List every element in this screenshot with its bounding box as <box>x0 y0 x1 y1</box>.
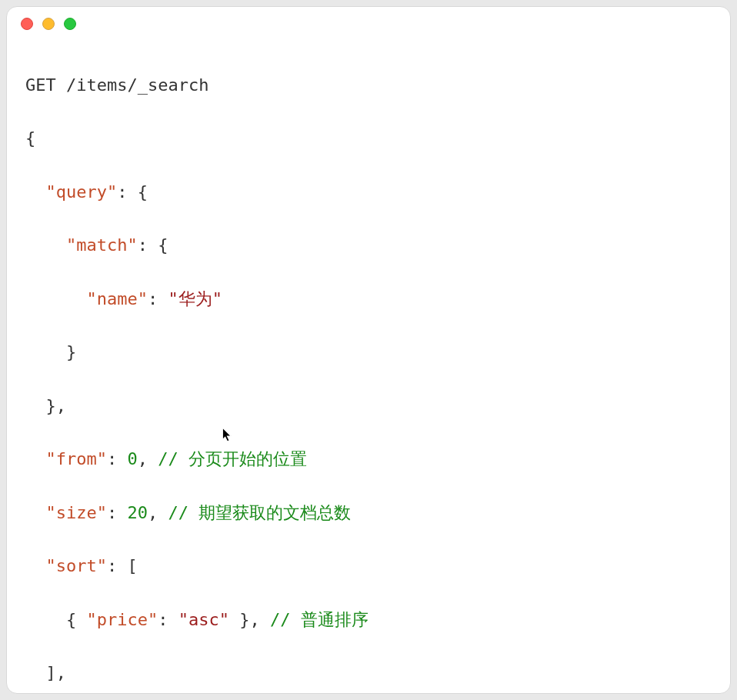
value-from: 0 <box>127 449 137 468</box>
key-price: "price" <box>86 610 158 629</box>
key-query: "query" <box>46 182 118 202</box>
minimize-icon[interactable] <box>42 18 55 30</box>
comment-size: // 期望获取的文档总数 <box>168 503 351 522</box>
request-line: GET /items/_search <box>25 75 208 95</box>
brace-open: { <box>25 128 35 148</box>
close-icon[interactable] <box>21 18 33 30</box>
key-match: "match" <box>66 235 138 255</box>
key-sort: "sort" <box>46 556 107 575</box>
comment-sort: // 普通排序 <box>270 610 368 629</box>
code-window: GET /items/_search { "query": { "match":… <box>6 6 731 694</box>
zoom-icon[interactable] <box>64 18 76 30</box>
key-name: "name" <box>86 289 147 308</box>
titlebar <box>7 7 730 41</box>
code-editor[interactable]: GET /items/_search { "query": { "match":… <box>7 41 730 694</box>
comment-from: // 分页开始的位置 <box>158 449 307 468</box>
key-size: "size" <box>46 503 107 522</box>
value-name: "华为" <box>168 289 222 308</box>
key-from: "from" <box>46 449 107 468</box>
cursor-icon <box>222 428 233 443</box>
value-size: 20 <box>127 503 148 522</box>
value-price-order: "asc" <box>178 610 229 629</box>
